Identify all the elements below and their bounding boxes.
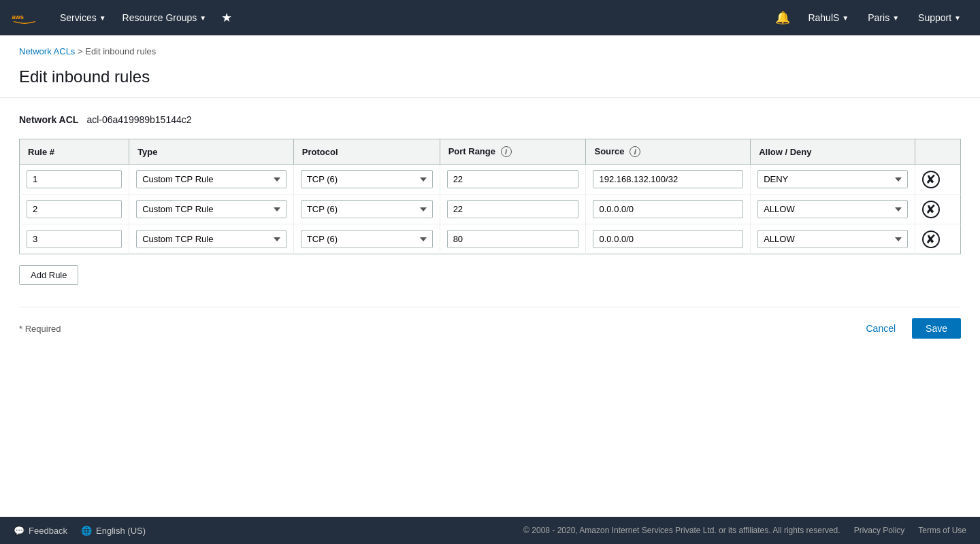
breadcrumb-area: Network ACLs > Edit inbound rules	[0, 35, 980, 62]
protocol-cell-0: TCP (6)UDP (17)AllICMP	[293, 165, 440, 194]
network-acl-info: Network ACL acl-06a419989b15144c2	[19, 114, 961, 125]
resource-groups-menu[interactable]: Resource Groups ▼	[114, 8, 215, 27]
support-chevron-icon: ▼	[954, 14, 961, 22]
services-chevron-icon: ▼	[99, 14, 106, 22]
save-button[interactable]: Save	[912, 318, 961, 339]
source-cell-0	[586, 165, 751, 194]
top-navigation: aws Services ▼ Resource Groups ▼ ★ 🔔 Rah…	[0, 0, 980, 35]
rule-number-input-1[interactable]	[27, 200, 122, 218]
allow-deny-cell-2: ALLOWDENY	[751, 224, 915, 254]
table-row: Custom TCP RuleCustom UDP RuleCustom Pro…	[20, 224, 961, 254]
port-range-input-0[interactable]	[447, 170, 579, 188]
col-header-delete	[915, 139, 960, 165]
port-range-cell-0	[440, 165, 586, 194]
col-header-protocol: Protocol	[293, 139, 440, 165]
port-range-info-icon[interactable]: i	[501, 146, 512, 157]
source-input-2[interactable]	[593, 230, 743, 248]
rule-number-input-0[interactable]	[27, 170, 122, 188]
type-cell-2: Custom TCP RuleCustom UDP RuleCustom Pro…	[129, 224, 294, 254]
delete-row-button-2[interactable]: ✘	[922, 231, 940, 248]
source-input-1[interactable]	[593, 200, 743, 218]
allow-deny-cell-0: ALLOWDENY	[751, 165, 915, 194]
action-buttons: Cancel Save	[858, 318, 961, 339]
required-note: * Required	[19, 324, 61, 334]
services-label: Services	[60, 12, 97, 23]
type-cell-0: Custom TCP RuleCustom UDP RuleCustom Pro…	[129, 165, 294, 194]
allow-deny-select-1[interactable]: ALLOWDENY	[757, 200, 908, 218]
delete-row-button-0[interactable]: ✘	[922, 171, 940, 188]
support-label: Support	[918, 12, 951, 23]
delete-cell-1: ✘	[915, 194, 960, 224]
port-range-cell-1	[440, 194, 586, 224]
table-row: Custom TCP RuleCustom UDP RuleCustom Pro…	[20, 194, 961, 224]
network-acl-value: acl-06a419989b15144c2	[86, 114, 191, 125]
allow-deny-cell-1: ALLOWDENY	[751, 194, 915, 224]
page-title: Edit inbound rules	[19, 67, 961, 86]
breadcrumb-separator: >	[78, 46, 85, 56]
footer-actions: * Required Cancel Save	[19, 307, 961, 339]
support-menu[interactable]: Support ▼	[910, 8, 969, 27]
network-acl-label: Network ACL	[19, 114, 78, 125]
add-rule-button[interactable]: Add Rule	[19, 265, 78, 285]
table-header-row: Rule # Type Protocol Port Range i Source…	[20, 139, 961, 165]
protocol-cell-1: TCP (6)UDP (17)AllICMP	[293, 194, 440, 224]
col-header-allow-deny: Allow / Deny	[751, 139, 915, 165]
delete-row-button-1[interactable]: ✘	[922, 201, 940, 218]
type-select-2[interactable]: Custom TCP RuleCustom UDP RuleCustom Pro…	[136, 230, 287, 248]
protocol-cell-2: TCP (6)UDP (17)AllICMP	[293, 224, 440, 254]
port-range-cell-2	[440, 224, 586, 254]
col-header-source: Source i	[586, 139, 751, 165]
notifications-icon[interactable]: 🔔	[768, 6, 797, 29]
user-chevron-icon: ▼	[842, 14, 849, 22]
aws-logo[interactable]: aws	[11, 8, 38, 27]
type-select-0[interactable]: Custom TCP RuleCustom UDP RuleCustom Pro…	[136, 170, 287, 188]
breadcrumb-current: Edit inbound rules	[85, 46, 156, 56]
resource-groups-chevron-icon: ▼	[199, 14, 206, 22]
cancel-button[interactable]: Cancel	[858, 319, 904, 338]
protocol-select-2[interactable]: TCP (6)UDP (17)AllICMP	[301, 230, 433, 248]
rule-number-cell-2	[20, 224, 129, 254]
svg-text:aws: aws	[12, 14, 24, 20]
nav-right: 🔔 RahulS ▼ Paris ▼ Support ▼	[768, 6, 969, 29]
region-chevron-icon: ▼	[892, 14, 899, 22]
rule-number-input-2[interactable]	[27, 230, 122, 248]
resource-groups-label: Resource Groups	[122, 12, 197, 23]
favorites-icon[interactable]: ★	[214, 6, 239, 29]
type-select-1[interactable]: Custom TCP RuleCustom UDP RuleCustom Pro…	[136, 200, 287, 218]
user-label: RahulS	[808, 12, 839, 23]
table-row: Custom TCP RuleCustom UDP RuleCustom Pro…	[20, 165, 961, 194]
source-cell-1	[586, 194, 751, 224]
region-label: Paris	[868, 12, 889, 23]
source-cell-2	[586, 224, 751, 254]
protocol-select-1[interactable]: TCP (6)UDP (17)AllICMP	[301, 200, 433, 218]
col-header-type: Type	[129, 139, 294, 165]
port-range-input-1[interactable]	[447, 200, 579, 218]
region-menu[interactable]: Paris ▼	[860, 8, 907, 27]
rules-table: Rule # Type Protocol Port Range i Source…	[19, 139, 961, 254]
allow-deny-select-0[interactable]: ALLOWDENY	[757, 170, 908, 188]
col-header-rule-number: Rule #	[20, 139, 129, 165]
allow-deny-select-2[interactable]: ALLOWDENY	[757, 230, 908, 248]
col-header-port-range: Port Range i	[440, 139, 586, 165]
main-content: Network ACL acl-06a419989b15144c2 Rule #…	[0, 98, 980, 355]
rule-number-cell-0	[20, 165, 129, 194]
services-menu[interactable]: Services ▼	[52, 8, 114, 27]
source-info-icon[interactable]: i	[630, 146, 640, 157]
type-cell-1: Custom TCP RuleCustom UDP RuleCustom Pro…	[129, 194, 294, 224]
breadcrumb-parent-link[interactable]: Network ACLs	[19, 46, 75, 56]
rule-number-cell-1	[20, 194, 129, 224]
source-input-0[interactable]	[593, 170, 743, 188]
user-menu[interactable]: RahulS ▼	[800, 8, 857, 27]
breadcrumb: Network ACLs > Edit inbound rules	[19, 46, 961, 56]
protocol-select-0[interactable]: TCP (6)UDP (17)AllICMP	[301, 170, 433, 188]
delete-cell-2: ✘	[915, 224, 960, 254]
port-range-input-2[interactable]	[447, 230, 579, 248]
delete-cell-0: ✘	[915, 165, 960, 194]
page-title-area: Edit inbound rules	[0, 62, 980, 98]
